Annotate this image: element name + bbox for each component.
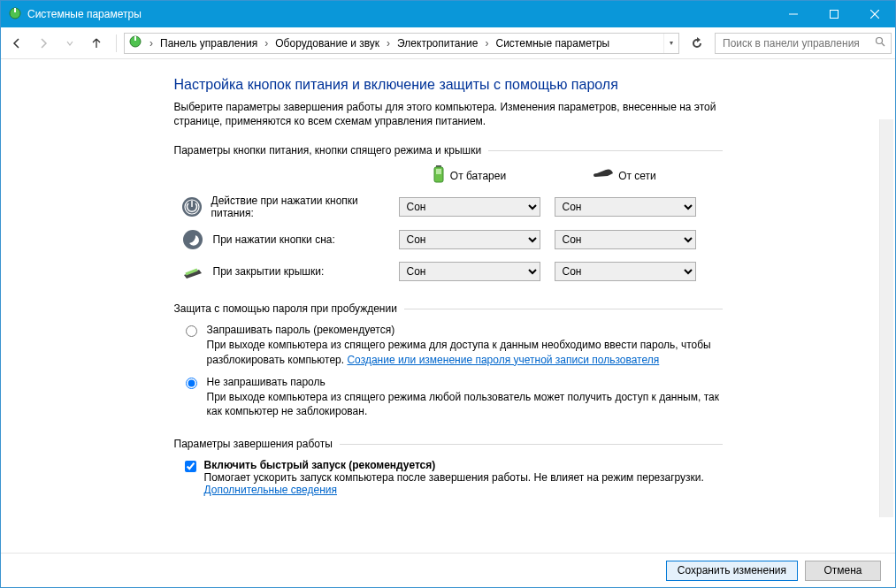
titlebar: Системные параметры — [1, 1, 895, 27]
minimize-button[interactable] — [773, 1, 814, 27]
sleep-button-icon — [181, 228, 204, 251]
svg-rect-7 — [134, 36, 136, 41]
chevron-right-icon[interactable]: › — [146, 34, 157, 53]
search-box[interactable] — [715, 33, 892, 54]
lid-close-battery-select[interactable]: Сон — [399, 262, 540, 281]
row-power-button: Действие при нажатии кнопки питания: — [181, 195, 385, 219]
row-sleep-button: При нажатии кнопки сна: — [181, 228, 385, 251]
checkbox-fast-startup[interactable]: Включить быстрый запуск (рекомендуется) … — [181, 459, 723, 496]
svg-line-9 — [882, 43, 885, 46]
svg-rect-12 — [436, 169, 441, 174]
navbar: › Панель управления › Оборудование и зву… — [1, 27, 895, 59]
checkbox-description: Помогает ускорить запуск компьютера посл… — [204, 471, 723, 496]
window-title: Системные параметры — [27, 8, 142, 20]
section-title: Защита с помощью пароля при пробуждении — [174, 302, 397, 315]
back-button[interactable] — [4, 31, 29, 56]
radio-require-password[interactable]: Запрашивать пароль (рекомендуется) При в… — [181, 324, 723, 366]
power-button-ac-select[interactable]: Сон — [555, 197, 696, 217]
more-info-link[interactable]: Дополнительные сведения — [204, 484, 337, 496]
content-area: Настройка кнопок питания и включение защ… — [1, 59, 895, 554]
up-button[interactable] — [84, 31, 109, 56]
checkbox-label: Включить быстрый запуск (рекомендуется) — [204, 459, 723, 471]
breadcrumb-icon — [128, 34, 142, 51]
radio-label: Запрашивать пароль (рекомендуется) — [207, 324, 723, 336]
breadcrumb-item[interactable]: Электропитание — [394, 34, 481, 53]
close-button[interactable] — [854, 1, 895, 27]
chevron-right-icon[interactable]: › — [481, 34, 492, 53]
refresh-button[interactable] — [686, 33, 708, 54]
radio-no-password[interactable]: Не запрашивать пароль При выходе компьют… — [181, 376, 723, 418]
battery-icon — [433, 165, 445, 186]
breadcrumb-item[interactable]: Системные параметры — [492, 34, 613, 53]
breadcrumb-item[interactable]: Оборудование и звук — [272, 34, 383, 53]
page-description: Выберите параметры завершения работы для… — [174, 100, 723, 128]
separator — [116, 34, 117, 52]
footer: Сохранить изменения Отмена — [1, 554, 895, 587]
sleep-button-ac-select[interactable]: Сон — [555, 230, 696, 249]
sleep-button-battery-select[interactable]: Сон — [399, 230, 540, 249]
search-input[interactable] — [721, 36, 875, 50]
forward-button[interactable] — [31, 31, 56, 56]
section-header-password: Защита с помощью пароля при пробуждении — [174, 302, 723, 315]
chevron-right-icon[interactable]: › — [383, 34, 394, 53]
cancel-button[interactable]: Отмена — [805, 561, 881, 581]
svg-rect-1 — [14, 8, 16, 12]
section-title: Параметры завершения работы — [174, 438, 333, 450]
create-password-link[interactable]: Создание или изменение пароля учетной за… — [347, 354, 659, 366]
radio-label: Не запрашивать пароль — [207, 376, 723, 388]
scrollbar[interactable] — [879, 119, 893, 517]
svg-point-8 — [877, 38, 883, 44]
breadcrumb[interactable]: › Панель управления › Оборудование и зву… — [124, 33, 679, 54]
app-icon — [8, 6, 22, 23]
section-title: Параметры кнопки питания, кнопки спящего… — [174, 144, 482, 157]
breadcrumb-item[interactable]: Панель управления — [157, 34, 261, 53]
chevron-right-icon[interactable]: › — [261, 34, 272, 53]
power-button-icon — [181, 195, 203, 218]
section-header-buttons: Параметры кнопки питания, кнопки спящего… — [174, 144, 723, 157]
laptop-lid-icon — [181, 260, 204, 283]
save-button[interactable]: Сохранить изменения — [666, 561, 798, 581]
row-lid-close: При закрытии крышки: — [181, 260, 385, 283]
section-header-shutdown: Параметры завершения работы — [174, 438, 723, 450]
plug-icon — [594, 168, 613, 183]
column-header-battery: От батареи — [399, 165, 540, 186]
recent-dropdown[interactable] — [57, 31, 82, 56]
radio-description: При выходе компьютера из спящего режима … — [207, 390, 723, 418]
radio-no-password-input[interactable] — [186, 378, 197, 389]
column-header-ac: От сети — [555, 168, 696, 183]
svg-rect-3 — [831, 11, 839, 19]
radio-description: При выходе компьютера из спящего режима … — [207, 338, 723, 366]
radio-require-password-input[interactable] — [186, 325, 197, 337]
breadcrumb-dropdown[interactable]: ▾ — [663, 34, 678, 53]
power-button-battery-select[interactable]: Сон — [399, 197, 540, 217]
svg-point-15 — [183, 230, 203, 249]
fast-startup-checkbox[interactable] — [185, 461, 196, 472]
search-icon — [875, 36, 885, 50]
maximize-button[interactable] — [814, 1, 854, 27]
page-title: Настройка кнопок питания и включение защ… — [174, 77, 723, 93]
lid-close-ac-select[interactable]: Сон — [555, 262, 696, 281]
